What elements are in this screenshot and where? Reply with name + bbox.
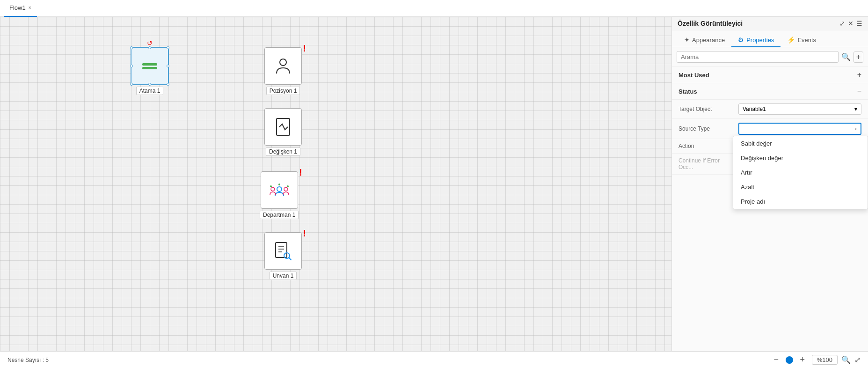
node-departman1-label: Departman 1 — [260, 211, 299, 219]
node-degisken1[interactable]: Değişken 1 — [264, 108, 302, 156]
source-type-chevron: › — [855, 125, 857, 132]
target-object-value: Variable1 ▾ — [738, 103, 861, 115]
node-degisken1-label: Değişken 1 — [266, 147, 300, 156]
panel-search-bar: 🔍 + — [672, 47, 868, 67]
panel-close-icon[interactable]: ✕ — [848, 20, 853, 27]
group-icon — [269, 180, 290, 200]
target-object-select[interactable]: Variable1 ▾ — [738, 103, 861, 115]
tab-flow1-label: Flow1 — [9, 4, 26, 11]
target-object-select-text: Variable1 — [743, 106, 766, 112]
zoom-magnifier-button[interactable]: 🔍 — [841, 355, 851, 364]
handle-br[interactable] — [167, 83, 169, 86]
departman1-error: ! — [299, 167, 302, 178]
handle-bm[interactable] — [148, 83, 151, 86]
zoom-in-button[interactable]: + — [797, 354, 808, 366]
right-panel: Özellik Görüntüleyici ⤢ ✕ ☰ ✦ Appearance… — [671, 17, 868, 351]
node-atama1-label: Atama 1 — [136, 87, 164, 95]
handle-mr[interactable] — [167, 65, 169, 67]
svg-point-5 — [271, 187, 275, 191]
target-object-chevron: ▾ — [854, 106, 857, 112]
panel-tabs: ✦ Appearance ⚙ Properties ⚡ Events — [672, 30, 868, 47]
tab-properties[interactable]: ⚙ Properties — [731, 33, 780, 47]
events-icon: ⚡ — [787, 36, 795, 44]
dropdown-item-degisken[interactable]: Değişken değer — [733, 151, 868, 165]
node-degisken1-box[interactable] — [264, 108, 302, 146]
person-icon — [273, 56, 293, 76]
node-pozisyon1[interactable]: ! Pozisyon 1 — [264, 47, 302, 95]
search-doc-icon — [273, 241, 293, 261]
svg-point-4 — [277, 187, 282, 191]
svg-point-2 — [280, 59, 286, 66]
dropdown-item-sabit[interactable]: Sabit değer — [733, 136, 868, 151]
status-bar: Nesne Sayısı : 5 − + %100 🔍 ⤢ — [0, 351, 868, 368]
node-atama1[interactable]: ↺ Atama 1 — [131, 47, 168, 95]
handle-bl[interactable] — [130, 83, 133, 86]
status-section: Status − Target Object Variable1 ▾ Sourc… — [672, 83, 868, 175]
handle-tl[interactable] — [130, 46, 133, 49]
tab-flow1[interactable]: Flow1 × — [4, 0, 37, 17]
svg-line-15 — [289, 258, 291, 260]
node-pozisyon1-label: Pozisyon 1 — [266, 87, 300, 95]
node-atama1-box[interactable]: ↺ — [131, 47, 168, 85]
search-button[interactable]: 🔍 — [841, 52, 851, 61]
svg-rect-0 — [142, 63, 157, 66]
fit-to-screen-button[interactable]: ⤢ — [854, 355, 861, 364]
add-property-button[interactable]: + — [853, 52, 863, 63]
tab-events-label: Events — [797, 37, 816, 44]
tab-properties-label: Properties — [746, 37, 774, 44]
object-count-label: Nesne Sayısı : 5 — [7, 357, 49, 363]
panel-expand-icon[interactable]: ⤢ — [839, 20, 845, 27]
panel-title: Özellik Görüntüleyici — [678, 20, 743, 27]
svg-point-8 — [287, 185, 289, 187]
assignment-icon — [139, 56, 160, 76]
zoom-out-button[interactable]: − — [771, 354, 782, 366]
tab-events[interactable]: ⚡ Events — [780, 33, 823, 47]
zoom-level-display: %100 — [812, 355, 838, 365]
most-used-add-btn[interactable]: + — [857, 71, 861, 79]
dropdown-item-artir[interactable]: Artır — [733, 165, 868, 180]
tab-appearance[interactable]: ✦ Appearance — [678, 33, 731, 47]
status-label: Status — [678, 88, 697, 95]
variable-icon — [273, 117, 293, 137]
most-used-label: Most Used — [678, 72, 709, 79]
source-type-label: Source Type — [678, 125, 735, 132]
target-object-label: Target Object — [678, 106, 735, 112]
node-unvan1[interactable]: ! Unvan 1 — [264, 232, 302, 280]
node-pozisyon1-box[interactable]: ! — [264, 47, 302, 85]
prop-row-source-type: Source Type › Sabit değer Değişken değer… — [672, 119, 868, 139]
status-header: Status − — [672, 83, 868, 100]
zoom-slider-thumb[interactable] — [786, 356, 793, 364]
node-unvan1-label: Unvan 1 — [270, 272, 297, 280]
pozisyon1-error: ! — [303, 43, 306, 54]
continue-label: Continue If Error Occ... — [678, 157, 735, 170]
tab-appearance-label: Appearance — [692, 37, 725, 44]
status-collapse-btn[interactable]: − — [857, 87, 861, 96]
main-layout: ↺ Atama 1 ! Pozisyon 1 — [0, 17, 868, 351]
svg-rect-1 — [142, 67, 157, 69]
handle-ml[interactable] — [130, 65, 133, 67]
panel-menu-icon[interactable]: ☰ — [856, 20, 862, 27]
prop-row-target-object: Target Object Variable1 ▾ — [672, 100, 868, 119]
node-departman1[interactable]: ! Departman 1 — [260, 171, 299, 219]
most-used-section: Most Used + — [672, 67, 868, 83]
node-unvan1-box[interactable]: ! — [264, 232, 302, 270]
appearance-icon: ✦ — [684, 36, 690, 44]
dropdown-item-proje[interactable]: Proje adı — [733, 194, 868, 209]
source-type-input[interactable]: › — [738, 123, 861, 135]
dropdown-item-azalt[interactable]: Azalt — [733, 180, 868, 194]
canvas-area[interactable]: ↺ Atama 1 ! Pozisyon 1 — [0, 17, 671, 351]
rotate-handle[interactable]: ↺ — [147, 39, 153, 45]
source-type-dropdown: Sabit değer Değişken değer Artır Azalt P… — [733, 136, 868, 209]
panel-header-icons: ⤢ ✕ ☰ — [839, 20, 862, 27]
svg-rect-10 — [276, 243, 287, 258]
properties-icon: ⚙ — [738, 36, 744, 44]
unvan1-error: ! — [303, 228, 306, 239]
most-used-header: Most Used + — [672, 67, 868, 83]
tab-bar: Flow1 × — [0, 0, 868, 17]
action-label: Action — [678, 143, 735, 149]
handle-tr[interactable] — [167, 46, 169, 49]
svg-point-9 — [278, 184, 280, 185]
close-tab-icon[interactable]: × — [29, 5, 31, 10]
search-input[interactable] — [677, 51, 839, 63]
node-departman1-box[interactable]: ! — [261, 171, 298, 209]
